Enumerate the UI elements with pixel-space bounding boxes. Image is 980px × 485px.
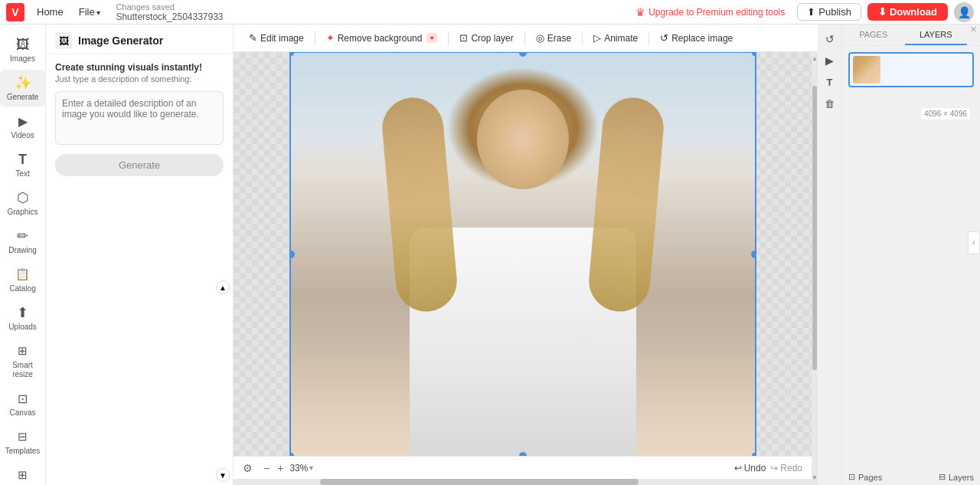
publish-button[interactable]: ⬆ Publish: [797, 3, 861, 21]
right-panel: PAGES LAYERS ✕ 4096 × 4096: [842, 25, 980, 485]
edit-image-tool[interactable]: ✎ Edit image: [243, 29, 310, 47]
panel-body: Create stunning visuals instantly! Just …: [46, 54, 233, 277]
sidebar-item-templates[interactable]: ⊟ Templates: [0, 424, 45, 460]
sidebar-item-smart-resize[interactable]: ⊞ Smart resize: [0, 338, 45, 384]
premium-upgrade-button[interactable]: ♛ Upgrade to Premium editing tools: [629, 3, 791, 21]
panel-icon: 🖼: [55, 32, 72, 49]
crop-tool[interactable]: ⊡ Crop layer: [453, 29, 519, 47]
layer-item[interactable]: [848, 52, 974, 87]
pages-footer-button[interactable]: ⊡ Pages: [848, 472, 882, 482]
nav-file[interactable]: File: [73, 5, 107, 19]
uploads-label: Uploads: [8, 323, 37, 332]
tab-close-button[interactable]: ✕: [967, 25, 980, 45]
canvas-image[interactable]: shutterstock.ru: [289, 52, 756, 456]
sidebar-item-text[interactable]: T Text: [0, 146, 45, 183]
drawing-label: Drawing: [8, 246, 37, 255]
toolbar-separator-1: [315, 31, 315, 45]
erase-label: Erase: [547, 33, 571, 44]
sidebar-item-graphics[interactable]: ⬡ Graphics: [0, 185, 45, 221]
smart-resize-label: Smart resize: [3, 361, 42, 379]
horizontal-scrollbar[interactable]: [234, 479, 812, 485]
panel-description: Create stunning visuals instantly!: [55, 62, 224, 73]
settings-button[interactable]: ⚙: [243, 462, 253, 474]
drawing-icon: ✏: [15, 228, 31, 244]
v-scrollbar-track[interactable]: [812, 66, 818, 471]
play-icon: ▶: [825, 54, 834, 67]
crop-label: Crop layer: [471, 33, 513, 44]
generate-label: Generate: [7, 93, 39, 102]
layer-thumb-image: [853, 56, 880, 84]
canvas-main[interactable]: shutterstock.ru: [234, 52, 812, 456]
erase-tool[interactable]: ◎ Erase: [530, 29, 577, 47]
right-outer: ↺ ▶ T 🗑 PAGES LAYERS ✕: [818, 25, 980, 485]
image-description-input[interactable]: [55, 91, 224, 145]
text-icon: T: [15, 151, 31, 168]
sidebar-item-generate[interactable]: ✨ Generate: [0, 70, 45, 107]
undo-right-button[interactable]: ↺: [820, 29, 840, 49]
scroll-down-button[interactable]: ▼: [216, 468, 230, 482]
sidebar-item-images[interactable]: 🖼 Images: [0, 31, 45, 68]
undo-label: Undo: [744, 463, 766, 474]
download-icon: ⬇: [878, 6, 887, 18]
user-avatar[interactable]: 👤: [954, 2, 974, 22]
remove-background-tool[interactable]: ✦ Remove background ✦: [320, 29, 444, 47]
text-add-right-button[interactable]: T: [820, 72, 840, 92]
generate-button[interactable]: Generate: [55, 154, 224, 176]
edit-image-icon: ✎: [249, 32, 257, 44]
canvas-wrap: shutterstock.ru: [234, 52, 812, 485]
tab-pages[interactable]: PAGES: [842, 25, 905, 45]
zoom-in-button[interactable]: +: [276, 462, 285, 474]
canvas-icon: ⊡: [15, 390, 31, 407]
publish-icon: ⬆: [807, 6, 815, 18]
scroll-up-arrow[interactable]: ▲: [812, 54, 818, 64]
text-add-icon: T: [827, 77, 833, 88]
scroll-down-arrow[interactable]: ▼: [812, 473, 818, 483]
videos-icon: ▶: [15, 113, 31, 129]
trash-icon: 🗑: [825, 98, 835, 110]
v-scrollbar-bottom-arrow: ▼: [812, 471, 818, 485]
canvas-label: Canvas: [10, 408, 36, 418]
person-figure: [381, 67, 665, 457]
canvas-dimensions: 4096 × 4096: [920, 107, 971, 120]
sidebar-item-collage[interactable]: ⊞ Collage: [0, 462, 45, 485]
premium-icon: ♛: [635, 6, 645, 18]
image-content: shutterstock.ru: [289, 52, 756, 456]
undo-right-icon: ↺: [825, 33, 835, 45]
nav-home[interactable]: Home: [31, 5, 70, 19]
templates-label: Templates: [5, 447, 41, 456]
scroll-up-button[interactable]: ▲: [216, 280, 230, 294]
right-toolbar: ↺ ▶ T 🗑: [818, 25, 842, 485]
images-icon: 🖼: [15, 36, 31, 53]
download-button[interactable]: ⬇ Download: [867, 3, 948, 21]
tab-layers[interactable]: LAYERS: [905, 25, 968, 45]
pages-layers-footer: ⊡ Pages ⊟ Layers: [848, 472, 974, 482]
panel-subdescription: Just type a description of something:: [55, 74, 224, 84]
zoom-out-button[interactable]: −: [262, 462, 271, 474]
sidebar-item-uploads[interactable]: ⬆ Uploads: [0, 300, 45, 336]
sidebar-item-videos[interactable]: ▶ Videos: [0, 108, 45, 145]
replace-icon: ↺: [660, 32, 668, 44]
sidebar-item-catalog[interactable]: 📋 Catalog: [0, 261, 45, 298]
vertical-scrollbar[interactable]: ▲ ▼: [812, 52, 818, 485]
redo-button[interactable]: ↪ Redo: [770, 463, 802, 474]
replace-label: Replace image: [671, 33, 733, 44]
animate-tool[interactable]: ▷ Animate: [587, 29, 644, 47]
app-logo[interactable]: V: [6, 3, 24, 21]
right-bottom-pages: ⊡ Pages ⊟ Layers: [842, 468, 980, 485]
sidebar-item-canvas[interactable]: ⊡ Canvas: [0, 385, 45, 422]
animate-label: Animate: [604, 33, 638, 44]
replace-image-tool[interactable]: ↺ Replace image: [654, 29, 739, 47]
filename: Shutterstock_2504337933: [116, 11, 223, 22]
publish-label: Publish: [818, 6, 851, 18]
zoom-value-dropdown[interactable]: 33% ▾: [289, 463, 313, 474]
premium-label: Upgrade to Premium editing tools: [648, 7, 785, 18]
trash-right-button[interactable]: 🗑: [820, 93, 840, 113]
remove-bg-badge: ✦: [426, 33, 437, 43]
layers-footer-button[interactable]: ⊟ Layers: [939, 472, 974, 482]
undo-button[interactable]: ↩ Undo: [734, 463, 766, 474]
v-scrollbar-top-arrow: ▲: [812, 52, 818, 66]
sidebar-item-drawing[interactable]: ✏ Drawing: [0, 223, 45, 260]
right-tabs: PAGES LAYERS ✕: [842, 25, 980, 46]
play-right-button[interactable]: ▶: [820, 51, 840, 70]
remove-bg-label: Remove background: [338, 33, 423, 44]
